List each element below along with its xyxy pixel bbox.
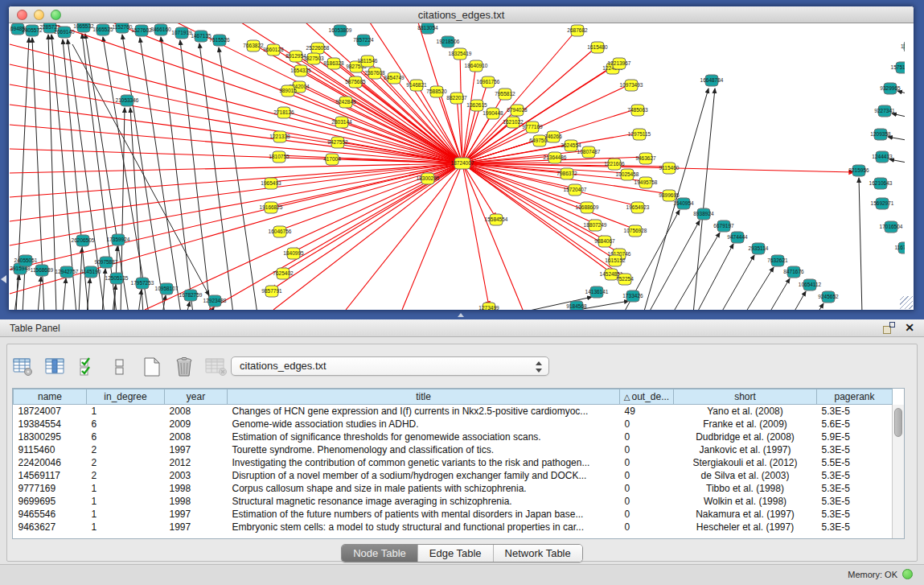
table-cell[interactable]: 14569117: [14, 469, 87, 482]
table-cell[interactable]: 0: [620, 431, 674, 443]
table-cell[interactable]: 49: [620, 405, 674, 418]
table-cell[interactable]: 2012: [165, 456, 228, 469]
show-columns-button[interactable]: [44, 356, 67, 378]
table-cell[interactable]: Wolkin et al. (1998): [674, 495, 817, 508]
table-scrollbar[interactable]: [892, 405, 904, 538]
selection-mode-button[interactable]: [76, 356, 99, 378]
table-cell[interactable]: 6: [87, 431, 165, 443]
table-row[interactable]: 2242004622012Investigating the contribut…: [14, 456, 893, 469]
table-cell[interactable]: Structural magnetic resonance image aver…: [228, 495, 620, 508]
table-mode-button[interactable]: [12, 356, 35, 378]
table-cell[interactable]: 1997: [165, 508, 228, 521]
table-cell[interactable]: Franke et al. (2009): [674, 418, 817, 431]
memory-ok-icon[interactable]: [902, 569, 913, 579]
table-cell[interactable]: 5.6E-5: [817, 418, 893, 431]
row-height-button[interactable]: [109, 356, 131, 378]
table-cell[interactable]: 0: [620, 495, 674, 508]
table-row[interactable]: 911546021997Tourette syndrome. Phenomeno…: [14, 443, 893, 456]
table-cell[interactable]: 2008: [165, 405, 228, 418]
column-header-title[interactable]: title: [228, 389, 620, 405]
table-cell[interactable]: 0: [620, 469, 674, 482]
close-panel-icon[interactable]: ✕: [905, 321, 914, 334]
table-cell[interactable]: 18300295: [14, 431, 87, 443]
tab-edge-table[interactable]: Edge Table: [418, 545, 494, 562]
table-cell[interactable]: 1: [87, 508, 165, 521]
table-cell[interactable]: 2009: [165, 418, 228, 431]
table-cell[interactable]: Changes of HCN gene expression and I(f) …: [228, 405, 620, 418]
table-row[interactable]: 969969511998Structural magnetic resonanc…: [14, 495, 893, 508]
table-cell[interactable]: 2: [87, 456, 165, 469]
window-resize-grip[interactable]: [900, 296, 913, 309]
table-cell[interactable]: 5.3E-5: [817, 482, 893, 495]
panel-splitter[interactable]: [455, 312, 466, 318]
table-cell[interactable]: Disruption of a novel member of a sodium…: [228, 469, 620, 482]
table-cell[interactable]: 0: [620, 482, 674, 495]
column-header-year[interactable]: year: [165, 389, 228, 405]
table-cell[interactable]: 2: [87, 469, 165, 482]
table-cell[interactable]: Corpus callosum shape and size in male p…: [228, 482, 620, 495]
delete-column-button[interactable]: [173, 356, 195, 378]
table-cell[interactable]: 18724007: [14, 405, 87, 418]
table-cell[interactable]: 5.3E-5: [817, 521, 893, 534]
table-row[interactable]: 1938455462009Genome-wide association stu…: [14, 418, 893, 431]
table-cell[interactable]: 9115460: [14, 443, 87, 456]
table-cell[interactable]: Hescheler et al. (1997): [674, 521, 817, 534]
table-cell[interactable]: 9463627: [14, 521, 87, 534]
table-cell[interactable]: 9465546: [14, 508, 87, 521]
table-cell[interactable]: 5.5E-5: [817, 456, 893, 469]
table-row[interactable]: 946362711997Embryonic stem cells: a mode…: [14, 521, 893, 534]
column-header-in_degree[interactable]: in_degree: [87, 389, 165, 405]
table-cell[interactable]: Dudbridge et al. (2008): [674, 431, 817, 443]
delete-table-button[interactable]: [205, 356, 228, 378]
table-cell[interactable]: Tibbo et al. (1998): [674, 482, 817, 495]
table-cell[interactable]: 1998: [165, 495, 228, 508]
column-header-pagerank[interactable]: pagerank: [817, 389, 893, 405]
table-cell[interactable]: Embryonic stem cells: a model to study s…: [228, 521, 620, 534]
table-cell[interactable]: 9777169: [14, 482, 87, 495]
table-cell[interactable]: 9699695: [14, 495, 87, 508]
table-panel-header[interactable]: Table Panel ✕: [0, 319, 924, 337]
column-header-short[interactable]: short: [674, 389, 817, 405]
table-cell[interactable]: 1: [87, 495, 165, 508]
table-cell[interactable]: 5.3E-5: [817, 508, 893, 521]
scrollbar-thumb[interactable]: [894, 408, 902, 437]
panel-collapse-arrow[interactable]: [1, 275, 6, 283]
table-row[interactable]: 1456911722003Disruption of a novel membe…: [14, 469, 893, 482]
tab-network-table[interactable]: Network Table: [494, 545, 582, 562]
table-cell[interactable]: 19384554: [14, 418, 87, 431]
table-cell[interactable]: Tourette syndrome. Phenomenology and cla…: [228, 443, 620, 456]
table-cell[interactable]: 1998: [165, 482, 228, 495]
table-cell[interactable]: 6: [87, 418, 165, 431]
table-cell[interactable]: 5.9E-5: [817, 431, 893, 443]
table-row[interactable]: 1830029562008Estimation of significance …: [14, 431, 893, 443]
graph-node[interactable]: [904, 41, 917, 52]
table-cell[interactable]: 1: [87, 521, 165, 534]
table-cell[interactable]: 1997: [165, 521, 228, 534]
table-row[interactable]: 946554611997Estimation of the future num…: [14, 508, 893, 521]
table-cell[interactable]: 0: [620, 418, 674, 431]
table-cell[interactable]: Estimation of the future numbers of pati…: [228, 508, 620, 521]
table-cell[interactable]: 5.3E-5: [817, 405, 893, 418]
table-cell[interactable]: 1997: [165, 443, 228, 456]
table-cell[interactable]: Investigating the contribution of common…: [228, 456, 620, 469]
create-column-button[interactable]: [141, 356, 163, 378]
tab-node-table[interactable]: Node Table: [342, 545, 418, 562]
table-cell[interactable]: 0: [620, 456, 674, 469]
table-cell[interactable]: 2003: [165, 469, 228, 482]
node-table[interactable]: namein_degreeyeartitle△out_de...shortpag…: [13, 389, 893, 534]
table-cell[interactable]: 1: [87, 482, 165, 495]
table-cell[interactable]: Jankovic et al. (1997): [674, 443, 817, 456]
table-cell[interactable]: 22420046: [14, 456, 87, 469]
table-cell[interactable]: 0: [620, 521, 674, 534]
table-cell[interactable]: 1: [87, 405, 165, 418]
table-cell[interactable]: Estimation of significance thresholds fo…: [228, 431, 620, 443]
table-cell[interactable]: Nakamura et al. (1997): [674, 508, 817, 521]
table-selector-dropdown[interactable]: citations_edges.txt: [231, 356, 549, 376]
table-cell[interactable]: Stergiakouli et al. (2012): [674, 456, 817, 469]
table-row[interactable]: 1872400712008Changes of HCN gene express…: [14, 405, 893, 418]
table-cell[interactable]: 0: [620, 443, 674, 456]
table-row[interactable]: 977716911998Corpus callosum shape and si…: [14, 482, 893, 495]
table-cell[interactable]: de Silva et al. (2003): [674, 469, 817, 482]
table-cell[interactable]: 2: [87, 443, 165, 456]
table-cell[interactable]: 0: [620, 508, 674, 521]
